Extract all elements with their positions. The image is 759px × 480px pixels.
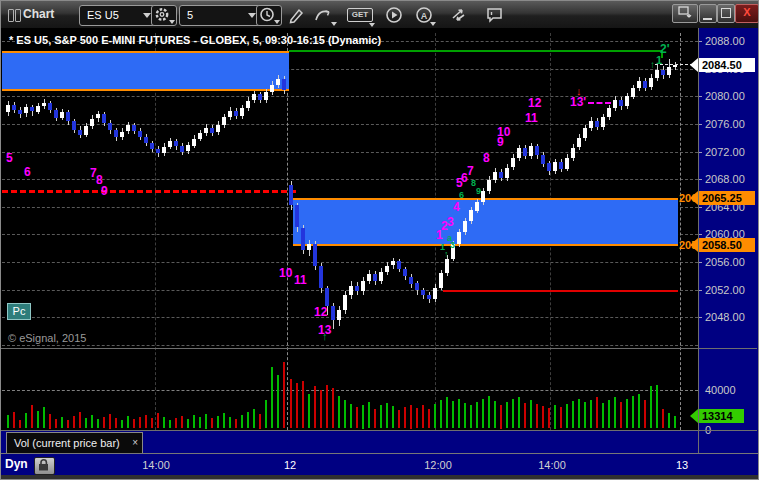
candle-body [535, 146, 539, 155]
candle-body [246, 101, 250, 109]
candle-body [216, 125, 220, 133]
supply-demand-zone[interactable] [293, 198, 678, 246]
chart-annotation: 11 [294, 274, 307, 286]
volume-bar [163, 417, 165, 429]
candle-body [60, 112, 64, 118]
pencil-tool-button[interactable] [287, 6, 305, 24]
candle-body [613, 100, 617, 109]
minimize-icon [703, 18, 712, 20]
swap-tool-button[interactable] [449, 6, 469, 24]
symbol-dropdown[interactable]: ES U5 [79, 5, 157, 26]
tab-volume-indicator[interactable]: Vol (current price bar) × [6, 432, 143, 454]
candle-body [331, 306, 335, 320]
volume-bar [187, 419, 189, 429]
candle-body [192, 139, 196, 146]
get-data-button[interactable]: GET [347, 8, 373, 22]
candle-body [240, 108, 244, 116]
candle-body [487, 180, 491, 191]
candle-body [607, 108, 611, 117]
lock-button[interactable] [34, 457, 55, 475]
volume-bar [193, 415, 195, 429]
volume-bar [253, 409, 255, 428]
price-axis[interactable]: 2088.002084.002080.002076.002072.002068.… [698, 28, 759, 475]
candle-body [258, 94, 262, 100]
volume-bar [632, 396, 634, 429]
candle-body [571, 148, 575, 159]
candle-body [355, 286, 359, 292]
candle-body [559, 162, 563, 169]
candle-body [643, 81, 647, 88]
volume-bar [524, 403, 526, 429]
candle-body [367, 274, 371, 281]
candle-body [385, 266, 389, 272]
dock-window-button[interactable] [672, 4, 698, 23]
svg-text:A: A [421, 11, 428, 21]
volume-bar [85, 418, 87, 429]
chevron-down-icon [430, 22, 436, 26]
candle-body [210, 128, 214, 133]
supply-demand-zone[interactable] [2, 51, 289, 91]
close-tab-icon[interactable]: × [132, 433, 138, 453]
volume-bar [308, 394, 310, 428]
chevron-down-icon [248, 13, 256, 18]
close-button[interactable]: X [735, 4, 759, 23]
time-tick-label: 14:00 [142, 459, 170, 471]
volume-bar [37, 411, 39, 428]
volume-bar [440, 400, 442, 429]
chart-canvas[interactable]: * ES U5, S&P 500 E-MINI FUTURES - GLOBEX… [0, 0, 698, 431]
volume-bar [205, 414, 207, 429]
volume-bar [296, 383, 298, 429]
window-titlebar[interactable]: Chart ES U5 5 GET [1, 1, 758, 28]
curve-tool-button[interactable] [313, 6, 335, 24]
candle-body [174, 141, 178, 146]
chart-line-red-dashed[interactable] [2, 190, 296, 193]
candle-body [24, 107, 28, 113]
auto-a-button[interactable]: A [415, 6, 433, 24]
volume-bar [602, 403, 604, 429]
candle-body [595, 121, 599, 127]
volume-bar [476, 402, 478, 429]
interval-dropdown[interactable]: 5 [179, 5, 262, 26]
candle-body [523, 148, 527, 156]
grid-line-horizontal [2, 179, 698, 180]
time-axis[interactable]: Dyn 14:001212:0014:0013 [1, 453, 758, 476]
volume-bar [283, 362, 285, 429]
play-icon [385, 6, 403, 24]
volume-axis-top-label: 40000 [705, 384, 736, 396]
candle-body [547, 163, 551, 171]
volume-bar [530, 400, 532, 429]
play-button[interactable] [385, 6, 403, 24]
gear-button[interactable] [151, 5, 177, 26]
pane-separator[interactable] [1, 348, 757, 349]
comment-bubble-icon [485, 6, 505, 24]
volume-bar [596, 397, 598, 429]
candle-body [481, 191, 485, 202]
comment-button[interactable] [485, 6, 505, 24]
volume-bar [458, 399, 460, 429]
price-tick-label: 2052.00 [705, 284, 745, 296]
maximize-icon [721, 8, 731, 18]
window-bottom-frame [1, 475, 758, 479]
volume-bar [464, 403, 466, 429]
volume-bar [362, 405, 364, 429]
volume-bar [644, 400, 646, 429]
volume-bar [139, 417, 141, 429]
minimize-button[interactable] [699, 4, 717, 23]
candle-body [180, 146, 184, 152]
candle-body [631, 88, 635, 97]
candle-body [48, 103, 52, 111]
volume-bar [434, 404, 436, 429]
interval-value: 5 [187, 9, 193, 21]
clock-button[interactable] [256, 5, 282, 26]
maximize-button[interactable] [717, 4, 735, 23]
candle-body [168, 141, 172, 147]
volume-bar [229, 417, 231, 429]
volume-bar [536, 404, 538, 429]
tab-label: Vol (current price bar) [14, 437, 120, 449]
chart-line-red-solid[interactable] [443, 290, 678, 292]
volume-bar [151, 418, 153, 429]
candle-body [589, 121, 593, 129]
indicator-badge-pc[interactable]: Pc [7, 303, 31, 320]
volume-bar [350, 404, 352, 429]
chart-line-green-solid[interactable] [289, 50, 663, 52]
